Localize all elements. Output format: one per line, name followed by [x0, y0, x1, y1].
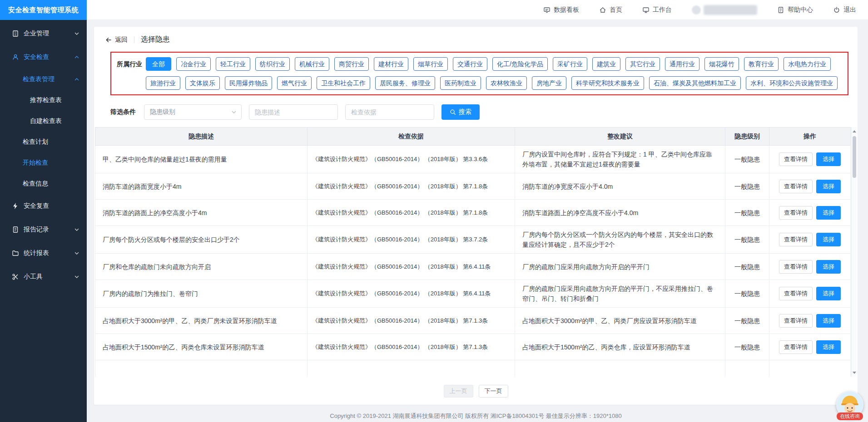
nav-workbench[interactable]: 工作台	[642, 6, 672, 14]
online-chat-widget[interactable]: 在线咨询	[835, 391, 864, 420]
scroll-up-icon[interactable]	[852, 128, 857, 134]
view-detail-button[interactable]: 查看详情	[779, 314, 813, 328]
industry-filter-option-16[interactable]: 水电热力行业	[784, 57, 831, 71]
nav-label: 首页	[610, 6, 622, 14]
hazard-level-select[interactable]: 隐患级别	[144, 104, 242, 120]
cell-actions: 查看详情选择	[769, 280, 851, 308]
nav-dashboard[interactable]: 数据看板	[543, 6, 579, 14]
industry-filter-option-17[interactable]: 旅游行业	[146, 76, 180, 90]
industry-filter-option-23[interactable]: 医药制造业	[440, 76, 481, 90]
select-button[interactable]: 选择	[816, 233, 841, 246]
hazard-desc-input[interactable]	[249, 104, 338, 120]
report-icon	[12, 226, 19, 233]
nav-home[interactable]: 首页	[599, 6, 622, 14]
select-button[interactable]: 选择	[816, 287, 841, 300]
header-divider	[134, 36, 134, 43]
select-button[interactable]: 选择	[816, 206, 841, 220]
industry-filter-option-21[interactable]: 卫生和社会工作	[317, 76, 370, 90]
sidebar-item-label: 开始检查	[23, 159, 48, 167]
nav-help[interactable]: 帮助中心	[777, 6, 813, 14]
industry-filter-option-0[interactable]: 全部	[146, 57, 171, 71]
sidebar-item-9[interactable]: 报告记录	[0, 218, 87, 241]
sidebar-item-3[interactable]: 推荐检查表	[0, 90, 87, 111]
next-page-button[interactable]: 下一页	[479, 385, 508, 397]
industry-filter-option-5[interactable]: 商贸行业	[334, 57, 369, 71]
view-detail-button[interactable]: 查看详情	[779, 287, 813, 300]
filter-row: 筛选条件 隐患级别 搜索	[110, 104, 858, 120]
industry-filter-option-6[interactable]: 建材行业	[374, 57, 408, 71]
cell-empty	[769, 360, 851, 377]
scroll-down-icon[interactable]	[852, 369, 857, 376]
industry-filter-label: 所属行业	[117, 60, 142, 69]
industry-filter-option-7[interactable]: 烟草行业	[413, 57, 448, 71]
industry-filter-option-26[interactable]: 科学研究和技术服务业	[571, 76, 644, 90]
cell-suggestion: 占地面积大于1500m²的乙、丙类仓库，应设置环形消防车道	[515, 334, 725, 360]
sidebar-item-4[interactable]: 自建检查表	[0, 111, 87, 132]
copyright-footer: Copyright © 2019-2021 湖南展通科技集团有限公司 版权所有 …	[94, 412, 858, 420]
industry-filter-option-28[interactable]: 水利、环境和公共设施管理业	[746, 76, 838, 90]
industry-filter-option-12[interactable]: 其它行业	[625, 57, 660, 71]
back-button[interactable]: 返回	[105, 36, 128, 44]
sidebar-item-2[interactable]: 检查表管理	[0, 69, 87, 90]
user-name-blurred[interactable]	[692, 5, 757, 15]
view-detail-button[interactable]: 查看详情	[779, 260, 813, 274]
cell-actions: 查看详情选择	[769, 308, 851, 334]
select-button[interactable]: 选择	[816, 340, 841, 354]
check-basis-input[interactable]	[345, 104, 434, 120]
sidebar-item-11[interactable]: 小工具	[0, 265, 87, 289]
industry-filter-option-8[interactable]: 交通行业	[453, 57, 487, 71]
cell-basis: 《建筑设计防火规范》（GB50016-2014） （2018年版） 第6.4.1…	[308, 254, 515, 280]
industry-filter-option-19[interactable]: 民用爆炸物品	[225, 76, 272, 90]
view-detail-button[interactable]: 查看详情	[779, 180, 813, 193]
table-scrollbar[interactable]	[851, 127, 857, 377]
sidebar-item-8[interactable]: 安全复查	[0, 194, 87, 218]
search-button[interactable]: 搜索	[441, 104, 480, 120]
sidebar-item-1[interactable]: 安全检查	[0, 45, 87, 69]
industry-filter-buttons: 全部冶金行业轻工行业纺织行业机械行业商贸行业建材行业烟草行业交通行业化工/危险化…	[146, 57, 842, 90]
industry-filter-option-15[interactable]: 教育行业	[744, 57, 779, 71]
avatar	[692, 5, 701, 15]
stats-icon	[12, 250, 19, 257]
sidebar-item-6[interactable]: 开始检查	[0, 152, 87, 173]
industry-filter-option-2[interactable]: 轻工行业	[216, 57, 250, 71]
view-detail-button[interactable]: 查看详情	[779, 233, 813, 246]
sidebar-item-5[interactable]: 检查计划	[0, 132, 87, 152]
industry-filter-option-27[interactable]: 石油、煤炭及其他燃料加工业	[649, 76, 741, 90]
app-logo: 安全检查智能管理系统	[0, 0, 87, 20]
home-icon	[599, 6, 606, 14]
scrollbar-thumb[interactable]	[853, 136, 856, 178]
cell-empty	[725, 360, 769, 377]
cell-actions: 查看详情选择	[769, 334, 851, 360]
sidebar-item-10[interactable]: 统计报表	[0, 241, 87, 265]
select-button[interactable]: 选择	[816, 180, 841, 193]
search-icon	[450, 109, 456, 115]
industry-filter-option-24[interactable]: 农林牧渔业	[486, 76, 527, 90]
industry-filter-option-14[interactable]: 烟花爆竹	[704, 57, 739, 71]
industry-filter-option-18[interactable]: 文体娱乐	[185, 76, 220, 90]
select-button[interactable]: 选择	[816, 314, 841, 328]
sidebar-item-7[interactable]: 检查信息	[0, 173, 87, 194]
sidebar-item-0[interactable]: 企业管理	[0, 22, 87, 45]
prev-page-button[interactable]: 上一页	[444, 385, 473, 397]
industry-filter-option-9[interactable]: 化工/危险化学品	[492, 57, 548, 71]
view-detail-button[interactable]: 查看详情	[779, 206, 813, 220]
industry-filter-option-25[interactable]: 房地产业	[532, 76, 566, 90]
industry-filter-option-22[interactable]: 居民服务、修理业	[375, 76, 435, 90]
sidebar-item-label: 自建检查表	[30, 117, 62, 125]
table-row: 消防车道的路面宽度小于4m《建筑设计防火规范》（GB50016-2014） （2…	[95, 173, 851, 200]
select-button[interactable]: 选择	[816, 260, 841, 274]
view-detail-button[interactable]: 查看详情	[779, 340, 813, 354]
select-button[interactable]: 选择	[816, 152, 841, 166]
industry-filter-option-3[interactable]: 纺织行业	[255, 57, 290, 71]
industry-filter-option-20[interactable]: 燃气行业	[277, 76, 312, 90]
industry-filter-option-10[interactable]: 采矿行业	[553, 57, 587, 71]
col-header-suggestion: 整改建议	[515, 128, 725, 146]
industry-filter-option-11[interactable]: 建筑业	[592, 57, 620, 71]
back-label: 返回	[115, 36, 128, 44]
view-detail-button[interactable]: 查看详情	[779, 152, 813, 166]
cell-suggestion: 消防车道的净宽度不应小于4.0m	[515, 173, 725, 200]
industry-filter-option-1[interactable]: 冶金行业	[176, 57, 211, 71]
nav-logout[interactable]: 退出	[833, 6, 856, 14]
industry-filter-option-4[interactable]: 机械行业	[295, 57, 329, 71]
industry-filter-option-13[interactable]: 通用行业	[665, 57, 699, 71]
